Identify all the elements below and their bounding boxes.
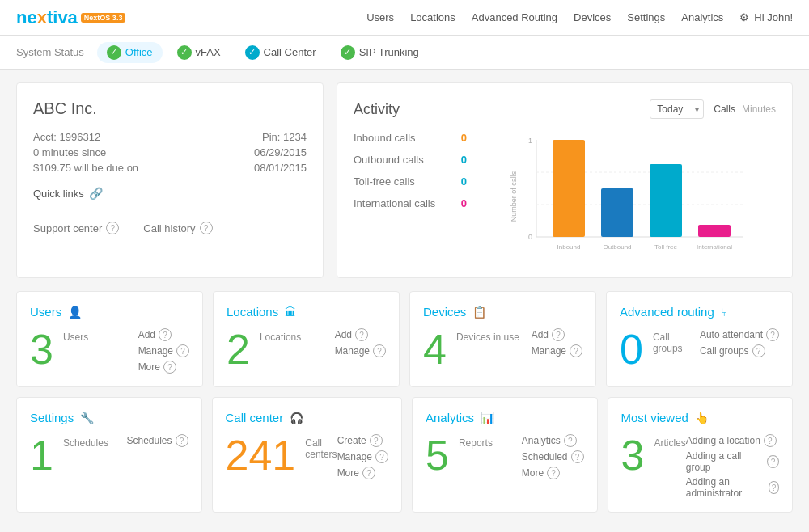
routing-count: 0 [620, 328, 643, 370]
dash-card-settings-body: 1 Schedules Schedules ? [30, 434, 188, 476]
calls-toggle: Calls Minutes [714, 103, 776, 115]
stat-inbound-value: 0 [461, 132, 467, 144]
users-manage-label: Manage [138, 345, 173, 357]
analytics-analytics[interactable]: Analytics ? [522, 434, 584, 447]
subnav-callcenter[interactable]: ✓ Call Center [235, 42, 326, 63]
mostviewed-adding-location-icon: ? [764, 434, 777, 447]
callcenter-count: 241 [226, 434, 296, 476]
callcenter-label-block: Call centers [305, 434, 337, 460]
analytics-scheduled-label: Scheduled [522, 451, 568, 462]
mostviewed-adding-admin[interactable]: Adding an administrator ? [686, 476, 779, 499]
call-history-link[interactable]: Call history ? [143, 222, 212, 234]
mostviewed-adding-location[interactable]: Adding a location ? [686, 434, 779, 447]
callcenter-more[interactable]: More ? [337, 467, 388, 479]
main-nav: Users Locations Advanced Routing Devices… [366, 11, 723, 23]
greeting-text: Hi John! [754, 11, 793, 23]
subnav-sip[interactable]: ✓ SIP Trunking [331, 42, 429, 63]
nav-analytics[interactable]: Analytics [681, 11, 723, 23]
callcenter-manage-icon: ? [375, 450, 388, 463]
svg-rect-8 [601, 188, 633, 237]
locations-manage-icon: ? [373, 344, 386, 357]
routing-auto-attendant[interactable]: Auto attendant ? [700, 328, 779, 341]
settings-title: Settings [30, 411, 74, 424]
dash-card-locations: Locations 🏛 2 Locations Add ? Manage ? [213, 291, 400, 387]
locations-count: 2 [227, 328, 250, 370]
nav-settings[interactable]: Settings [627, 11, 665, 23]
dash-card-settings: Settings 🔧 1 Schedules Schedules ? [16, 397, 202, 513]
dash-card-callcenter-body: 241 Call centers Create ? Manage ? More [226, 434, 389, 479]
nav-advanced-routing[interactable]: Advanced Routing [472, 11, 557, 23]
link-icon: 🔗 [89, 187, 103, 200]
stat-international-value: 0 [461, 197, 467, 209]
stat-outbound-value: 0 [461, 154, 467, 166]
company-card: ABC Inc. Acct: 1996312 Pin: 1234 0 minut… [16, 82, 324, 278]
date2: 08/01/2015 [254, 162, 307, 174]
activity-card: Activity Today Calls Minutes Inbound cal… [337, 82, 793, 278]
stat-outbound: Outbound calls 0 [354, 154, 467, 166]
locations-manage[interactable]: Manage ? [335, 344, 386, 357]
routing-call-groups[interactable]: Call groups ? [700, 344, 779, 357]
quick-links[interactable]: Quick links 🔗 [33, 187, 307, 200]
dash-card-mostviewed-body: 3 Articles Adding a location ? Adding a … [621, 434, 780, 499]
due-label: $109.75 will be due on [33, 162, 138, 174]
mostviewed-adding-callgroup-label: Adding a call group [686, 450, 764, 473]
calls-toggle-minutes[interactable]: Minutes [742, 103, 776, 115]
subnav-office[interactable]: ✓ Office [97, 42, 163, 63]
svg-rect-9 [650, 164, 682, 237]
dash-card-locations-header: Locations 🏛 [227, 305, 386, 319]
stat-outbound-label: Outbound calls [354, 154, 424, 166]
mostviewed-adding-callgroup-icon: ? [767, 455, 779, 468]
office-label: Office [125, 46, 153, 58]
support-center-link[interactable]: Support center ? [33, 222, 119, 234]
users-label: Users [63, 331, 138, 343]
date1: 06/29/2015 [254, 146, 307, 158]
dash-card-analytics-header: Analytics 📊 [426, 411, 584, 424]
nav-locations[interactable]: Locations [410, 11, 455, 23]
callcenter-label: Call Center [264, 46, 316, 58]
users-add[interactable]: Add ? [138, 328, 189, 341]
stat-tollfree-label: Toll-free calls [354, 175, 415, 188]
devices-label: Devices in use [456, 331, 532, 343]
svg-text:Outbound: Outbound [603, 243, 631, 251]
analytics-scheduled[interactable]: Scheduled ? [522, 450, 584, 463]
locations-add[interactable]: Add ? [335, 328, 386, 341]
activity-content: Inbound calls 0 Outbound calls 0 Toll-fr… [354, 132, 776, 261]
svg-text:0: 0 [528, 233, 532, 241]
analytics-more[interactable]: More ? [522, 467, 584, 479]
office-icon: ✓ [107, 45, 121, 60]
dash-card-callcenter-header: Call center 🎧 [226, 411, 389, 424]
period-select[interactable]: Today [650, 99, 704, 119]
analytics-label-block: Reports [459, 434, 522, 449]
mostviewed-title: Most viewed [621, 411, 688, 424]
logo: nextiva NextOS 3.3 [16, 7, 125, 28]
stat-tollfree-value: 0 [461, 175, 467, 188]
sip-icon: ✓ [341, 45, 355, 60]
company-name: ABC Inc. [33, 99, 307, 118]
locations-add-label: Add [335, 329, 352, 340]
nav-users[interactable]: Users [366, 11, 394, 23]
calls-toggle-calls[interactable]: Calls [714, 103, 735, 115]
mostviewed-label: Articles [654, 437, 685, 449]
chart-area: Number of calls 1 0 [483, 132, 776, 261]
main-content: ABC Inc. Acct: 1996312 Pin: 1234 0 minut… [0, 70, 809, 532]
routing-call-groups-icon: ? [752, 344, 765, 357]
devices-manage-icon: ? [570, 344, 582, 357]
users-title: Users [30, 305, 61, 319]
callcenter-manage[interactable]: Manage ? [337, 450, 388, 463]
mostviewed-adding-callgroup[interactable]: Adding a call group ? [686, 450, 779, 473]
nav-devices[interactable]: Devices [574, 11, 611, 23]
callcenter-icon: ✓ [245, 45, 260, 60]
users-manage[interactable]: Manage ? [138, 344, 189, 357]
mostviewed-count: 3 [621, 434, 645, 476]
users-more[interactable]: More ? [138, 361, 189, 374]
callcenter-create[interactable]: Create ? [337, 434, 388, 447]
settings-schedules[interactable]: Schedules ? [126, 434, 188, 447]
subnav-vfax[interactable]: ✓ vFAX [167, 42, 231, 63]
users-icon: 👤 [68, 306, 82, 319]
devices-add[interactable]: Add ? [532, 328, 582, 341]
callcenter-create-label: Create [337, 435, 366, 446]
devices-manage[interactable]: Manage ? [532, 344, 582, 357]
callcenter-label: Call centers [305, 437, 337, 460]
routing-auto-attendant-icon: ? [766, 328, 779, 341]
analytics-more-label: More [522, 467, 544, 479]
